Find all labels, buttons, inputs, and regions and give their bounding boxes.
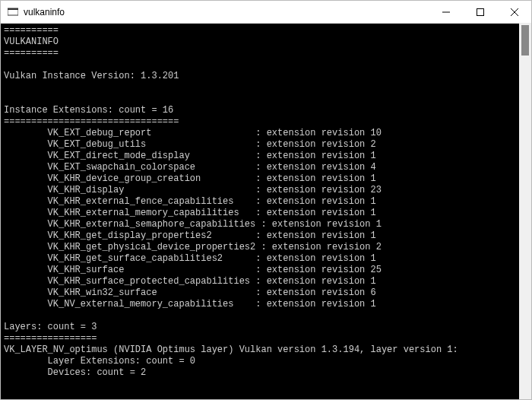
window-titlebar: vulkaninfo <box>1 1 531 24</box>
svg-rect-3 <box>477 8 483 15</box>
scrollbar-thumb[interactable] <box>521 25 529 56</box>
close-button[interactable] <box>497 1 531 24</box>
content-area: ========== VULKANINFO ========== Vulkan … <box>1 24 531 400</box>
window-title: vulkaninfo <box>24 7 65 17</box>
terminal-output: ========== VULKANINFO ========== Vulkan … <box>1 24 519 400</box>
maximize-button[interactable] <box>463 1 497 24</box>
app-icon <box>7 6 19 18</box>
minimize-button[interactable] <box>429 1 463 24</box>
svg-rect-1 <box>8 8 18 10</box>
vertical-scrollbar[interactable] <box>519 24 531 400</box>
